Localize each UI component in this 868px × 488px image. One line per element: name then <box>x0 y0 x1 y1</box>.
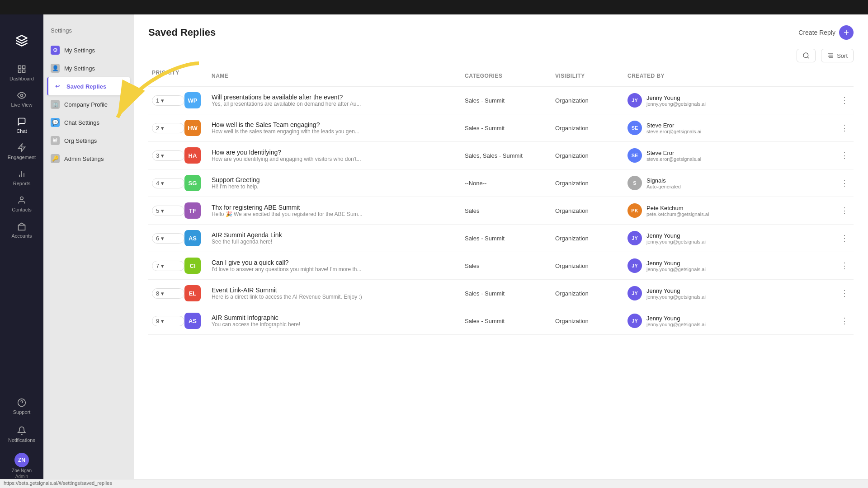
priority-select[interactable]: 7 ▾ <box>152 261 184 271</box>
chevron-down-icon: ▾ <box>161 235 164 242</box>
more-options-button[interactable]: ⋮ <box>837 261 852 271</box>
settings-item-my-settings[interactable]: ⚙ My Settings <box>43 41 134 59</box>
reply-avatar: SG <box>184 175 201 191</box>
sidebar-bottom: Support Notifications ZN Zoe Ngan Admin <box>0 393 43 488</box>
priority-select[interactable]: 9 ▾ <box>152 316 184 326</box>
user-profile[interactable]: ZN Zoe Ngan Admin <box>12 453 32 479</box>
sidebar-item-contacts[interactable]: Contacts <box>0 191 43 217</box>
creator-name: Jenny Young <box>646 287 706 294</box>
categories-cell: Sales <box>465 262 555 270</box>
reply-subtitle: How well is the sales team engaging with… <box>212 128 359 135</box>
priority-cell: 1 ▾ <box>148 95 184 106</box>
avatar-cell: AS <box>184 230 212 246</box>
more-options-button[interactable]: ⋮ <box>837 95 852 105</box>
creator-info: JY Jenny Young jenny.young@getsignals.ai <box>627 286 835 300</box>
sidebar-item-notifications[interactable]: Notifications <box>0 421 43 447</box>
create-reply-button[interactable]: Create Reply + <box>798 25 854 40</box>
sidebar-item-chat[interactable]: Chat <box>0 112 43 138</box>
question-icon <box>17 398 27 408</box>
sidebar-item-reports[interactable]: Reports <box>0 164 43 191</box>
name-cell[interactable]: Can I give you a quick call? I'd love to… <box>212 259 465 272</box>
categories-cell: Sales - Summit <box>465 234 555 242</box>
name-cell[interactable]: Event Link-AIR Summit Here is a direct l… <box>212 286 465 300</box>
priority-cell: 6 ▾ <box>148 233 184 244</box>
more-options-button[interactable]: ⋮ <box>837 316 852 326</box>
priority-select[interactable]: 3 ▾ <box>152 150 184 161</box>
category-value: Sales, Sales - Summit <box>465 152 523 159</box>
name-cell[interactable]: AIR Summit Infographic You can access th… <box>212 314 465 328</box>
category-value: Sales - Summit <box>465 235 505 242</box>
priority-cell: 5 ▾ <box>148 206 184 216</box>
sort-icon <box>827 52 834 59</box>
priority-select[interactable]: 2 ▾ <box>152 123 184 133</box>
name-cell[interactable]: How are you Identifying? How are you ide… <box>212 149 465 162</box>
creator-initials: S <box>633 180 636 186</box>
reply-avatar: AS <box>184 313 201 329</box>
creator-email: jenny.young@getsignals.ai <box>646 267 706 272</box>
name-cell[interactable]: How well is the Sales Team engaging? How… <box>212 121 465 135</box>
settings-item-label: Admin Settings <box>64 155 104 162</box>
reply-name: Event Link-AIR Summit <box>212 286 362 294</box>
more-options-button[interactable]: ⋮ <box>837 123 852 133</box>
search-button[interactable] <box>797 49 816 62</box>
sidebar-item-dashboard[interactable]: Dashboard <box>0 60 43 86</box>
table-body: 1 ▾ WP Will presentations be available a… <box>148 87 854 335</box>
settings-item-company-profile[interactable]: 🏢 Company Profile <box>43 95 134 113</box>
svg-point-9 <box>20 197 24 200</box>
creator-name: Jenny Young <box>646 260 706 267</box>
settings-item-org-settings[interactable]: 🏛 Org Settings <box>43 131 134 150</box>
created-by-cell: JY Jenny Young jenny.young@getsignals.ai <box>627 286 835 300</box>
eye-icon <box>17 90 27 100</box>
priority-select[interactable]: 1 ▾ <box>152 95 184 106</box>
name-text-group: Thx for registering ABE Summit Hello 🎉 W… <box>212 204 363 217</box>
visibility-cell: Organization <box>555 317 627 325</box>
more-options-button[interactable]: ⋮ <box>837 178 852 188</box>
more-options-button[interactable]: ⋮ <box>837 206 852 216</box>
creator-email: jenny.young@getsignals.ai <box>646 101 706 107</box>
priority-cell: 9 ▾ <box>148 316 184 326</box>
chevron-down-icon: ▾ <box>161 263 164 269</box>
settings-item-chat-settings[interactable]: 💬 Chat Settings <box>43 113 134 131</box>
more-options-button[interactable]: ⋮ <box>837 150 852 160</box>
page-title: Saved Replies <box>148 27 216 38</box>
toolbar: Sort <box>148 49 854 62</box>
creator-initials: PK <box>631 208 638 213</box>
sort-button[interactable]: Sort <box>821 49 854 62</box>
sidebar-item-accounts[interactable]: Accounts <box>0 217 43 243</box>
name-cell[interactable]: Thx for registering ABE Summit Hello 🎉 W… <box>212 204 465 217</box>
settings-item-saved-replies[interactable]: ↩ Saved Replies <box>47 77 130 95</box>
created-by-cell: S Signals Auto-generated <box>627 176 835 190</box>
visibility-cell: Organization <box>555 206 627 215</box>
reply-subtitle: See the full agenda here! <box>212 239 282 245</box>
name-cell[interactable]: Support Greeting Hi! I'm here to help. <box>212 176 465 190</box>
priority-select[interactable]: 5 ▾ <box>152 206 184 216</box>
sidebar-item-engagement[interactable]: Engagement <box>0 138 43 164</box>
creator-details: Jenny Young jenny.young@getsignals.ai <box>646 94 706 107</box>
more-options-button[interactable]: ⋮ <box>837 233 852 243</box>
priority-select[interactable]: 6 ▾ <box>152 233 184 244</box>
chevron-down-icon: ▾ <box>161 290 164 297</box>
priority-select[interactable]: 8 ▾ <box>152 288 184 299</box>
sidebar-item-live-view[interactable]: Live View <box>0 86 43 112</box>
settings-item-my-settings-2[interactable]: 👤 My Settings <box>43 59 134 77</box>
creator-details: Jenny Young jenny.young@getsignals.ai <box>646 287 706 300</box>
avatar-cell: WP <box>184 92 212 108</box>
dashboard-icon <box>17 64 27 74</box>
settings-item-admin-settings[interactable]: 🔑 Admin Settings <box>43 150 134 168</box>
priority-select[interactable]: 4 ▾ <box>152 178 184 188</box>
name-cell[interactable]: Will presentations be available after th… <box>212 94 465 107</box>
priority-value: 8 <box>156 290 159 297</box>
avatar: ZN <box>14 453 29 467</box>
svg-point-4 <box>21 94 23 97</box>
table-row: 2 ▾ HW How well is the Sales Team engagi… <box>148 114 854 142</box>
more-options-button[interactable]: ⋮ <box>837 288 852 298</box>
name-cell[interactable]: AIR Summit Agenda Link See the full agen… <box>212 231 465 245</box>
chevron-down-icon: ▾ <box>161 207 164 214</box>
actions-cell: ⋮ <box>835 288 854 298</box>
app-logo[interactable] <box>14 33 30 49</box>
creator-email: jenny.young@getsignals.ai <box>646 239 706 244</box>
bell-icon <box>17 426 27 436</box>
creator-info: JY Jenny Young jenny.young@getsignals.ai <box>627 314 835 328</box>
sidebar-item-support[interactable]: Support <box>0 393 43 419</box>
top-bar <box>0 0 868 14</box>
